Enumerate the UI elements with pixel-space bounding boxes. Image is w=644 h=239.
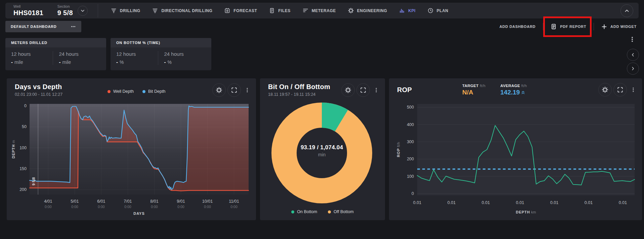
target-stat: TARGET ft/h N/A [462, 84, 485, 96]
well-selector: Well HHS0181 [13, 4, 43, 17]
svg-text:200: 200 [407, 157, 414, 161]
dashboard-tab-label: DEFAULT DASHBOARD [11, 25, 56, 29]
nav-item-plan[interactable]: PLAN [428, 8, 448, 13]
svg-text:0.01: 0.01 [619, 200, 627, 205]
period-label: 12 hours [11, 51, 53, 57]
svg-text:0:00: 0:00 [177, 205, 184, 209]
fullscreen-button[interactable] [613, 83, 627, 96]
average-unit: ft/h [521, 84, 527, 88]
scroll-right-button[interactable] [627, 63, 639, 75]
nav-item-meterage[interactable]: METERAGE [303, 8, 336, 13]
value: 142.19 [500, 89, 520, 96]
settings-button[interactable] [341, 83, 355, 97]
section-selector: Section 9 5/8 [57, 4, 73, 17]
fullscreen-button[interactable] [356, 83, 370, 97]
pdf-report-wrap: PDF REPORT [549, 21, 588, 32]
toolbar-divider [543, 23, 543, 30]
period-column: 24 hours -% [158, 51, 206, 65]
pdf-report-button[interactable]: PDF REPORT [549, 21, 588, 32]
add-widget-button[interactable]: ADD WIDGET [599, 21, 639, 32]
unit: mile [62, 59, 71, 65]
fullscreen-button[interactable] [227, 83, 241, 97]
toolbar-actions: ADD DASHBOARD PDF REPORT ADD WIDGET [498, 20, 639, 33]
svg-text:100: 100 [19, 146, 27, 150]
nav-item-engineering[interactable]: ENGINEERING [348, 8, 387, 13]
svg-text:100: 100 [407, 174, 414, 179]
engineering-gear-icon [348, 8, 354, 13]
svg-text:0:00: 0:00 [124, 205, 131, 209]
nav-item-drilling[interactable]: DRILLING [111, 8, 140, 13]
unit: % [168, 59, 172, 65]
svg-text:0:00: 0:00 [45, 205, 52, 209]
panel-icons [598, 83, 638, 96]
collapse-header-button[interactable] [620, 4, 633, 17]
period-value: -mile [11, 59, 53, 65]
widgets-menu-icon[interactable] [629, 36, 635, 42]
legend-label: Off Bottom [334, 209, 354, 214]
bit-on-off-donut-chart [260, 78, 385, 220]
nav-item-files[interactable]: FILES [269, 8, 291, 13]
nav-item-directional-drilling[interactable]: DIRECTIONAL DRILLING [152, 8, 212, 13]
widget-title: METERS DRILLED [5, 38, 106, 47]
panel-header: ROP TARGET ft/h N/A AVERAGE ft/h 142.19 [389, 78, 642, 96]
drilling-icon [111, 8, 117, 13]
period-value: -% [164, 59, 206, 65]
panel-title: ROP [397, 86, 412, 94]
svg-text:500: 500 [407, 105, 414, 110]
widget-body: 12 hours -mile 24 hours -mile [5, 47, 106, 65]
legend-dot [328, 210, 331, 213]
panel-title-block: Bit On / Off Bottom 18.11 19:57 - 19.11 … [268, 83, 330, 97]
forecast-calendar-icon [224, 8, 230, 13]
legend-label: On Bottom [297, 209, 317, 214]
svg-text:ROP ft/h: ROP ft/h [396, 142, 400, 157]
panel-icons [341, 83, 381, 97]
add-dashboard-button[interactable]: ADD DASHBOARD [498, 22, 538, 31]
svg-text:9/01: 9/01 [177, 199, 185, 204]
chart-legend: Well Depth Bit Depth [108, 89, 165, 94]
legend-dot [142, 90, 145, 93]
nav-label: DRILLING [120, 8, 140, 13]
legend-dot [291, 210, 294, 213]
svg-text:300: 300 [407, 140, 414, 144]
settings-button[interactable] [598, 83, 612, 96]
settings-button[interactable] [212, 83, 226, 97]
kpi-bars-icon [399, 8, 405, 13]
average-label: AVERAGE ft/h [500, 84, 527, 88]
svg-text:0.01: 0.01 [447, 200, 456, 205]
nav-item-forecast[interactable]: FORECAST [224, 8, 257, 13]
widget-menu-button[interactable] [372, 86, 381, 94]
add-widget-label: ADD WIDGET [610, 25, 637, 29]
section-dropdown-button[interactable] [78, 6, 88, 16]
nav-item-kpi[interactable]: KPI [399, 8, 416, 13]
meterage-lines-icon [303, 8, 308, 13]
period-label: 24 hours [164, 51, 206, 57]
widget-menu-button[interactable] [629, 86, 638, 94]
svg-text:0.01: 0.01 [516, 200, 524, 205]
legend-item-off-bottom: Off Bottom [328, 209, 354, 214]
period-value: -% [116, 59, 158, 65]
bit-on-off-bottom-panel: Bit On / Off Bottom 18.11 19:57 - 19.11 … [260, 78, 385, 220]
legend-label: Bit Depth [148, 89, 165, 94]
nav-label: KPI [408, 8, 416, 13]
panel-title-block: Days vs Depth 02.01 23:00 - 11.01 12:27 [15, 83, 62, 97]
trend-up-icon [521, 90, 525, 94]
legend-dot [108, 90, 111, 93]
pdf-report-label: PDF REPORT [560, 25, 586, 29]
dashboard-tab[interactable]: DEFAULT DASHBOARD [5, 21, 81, 32]
nav-label: FILES [278, 8, 291, 13]
svg-text:400: 400 [407, 122, 414, 127]
days-vs-depth-chart: 0501001502004/010:005/010:006/010:007/01… [10, 102, 253, 216]
plan-clock-icon [428, 8, 433, 13]
scroll-left-button[interactable] [627, 49, 639, 61]
value: - [59, 59, 61, 65]
topbar-divider [98, 4, 98, 17]
svg-text:7/01: 7/01 [124, 199, 132, 204]
svg-text:50: 50 [22, 124, 27, 129]
dashboard-tab-menu-icon[interactable] [71, 24, 76, 29]
widget-menu-button[interactable] [243, 86, 252, 94]
svg-text:0:00: 0:00 [230, 205, 238, 209]
period-column: 24 hours -mile [53, 51, 101, 65]
chevron-up-icon [624, 8, 630, 14]
unit: % [120, 59, 124, 65]
main-nav: DRILLING DIRECTIONAL DRILLING FORECAST F… [111, 8, 448, 13]
